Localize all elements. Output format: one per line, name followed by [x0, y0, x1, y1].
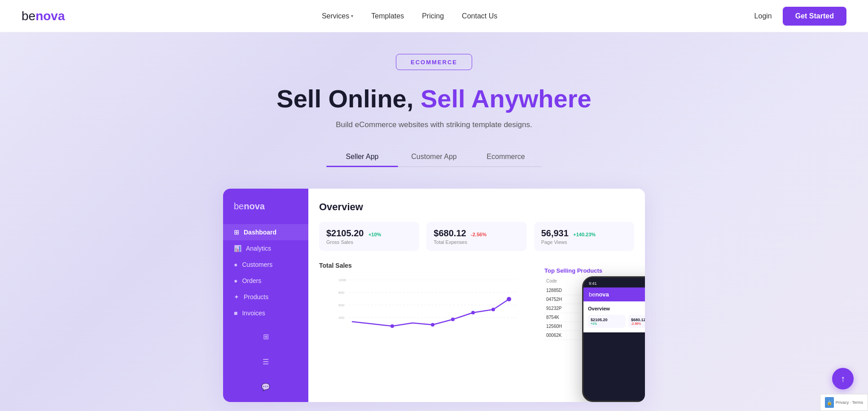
ecommerce-badge: ECOMMERCE	[396, 54, 472, 70]
customers-icon: ●	[234, 261, 237, 268]
stat-page-views: 56,931 +140.23% Page Views	[534, 222, 634, 251]
invoices-icon: ■	[234, 309, 237, 317]
phone-mockup: 9:41 ▐▐ WiFi ▐ benova 🔍 Overview $2105.2…	[582, 276, 645, 402]
tab-seller-app[interactable]: Seller App	[326, 147, 398, 166]
services-dropdown-icon: ▾	[351, 13, 353, 18]
tab-customer-app[interactable]: Customer App	[398, 147, 470, 166]
phone-body: Overview $2105.20 +1% $680.12 -2.56%	[583, 301, 645, 332]
nav-contact[interactable]: Contact Us	[462, 12, 497, 20]
total-sales-chart: Total Sales 1000 800 600 400	[319, 262, 537, 345]
orders-icon: ●	[234, 277, 237, 284]
svg-text:800: 800	[338, 291, 345, 295]
phone-stat-gross: $2105.20 +1%	[588, 315, 626, 328]
sidebar-item-products[interactable]: ✦ Products	[223, 289, 308, 305]
overview-title: Overview	[319, 201, 634, 213]
phone-stat-expenses: $680.12 -2.56%	[628, 315, 645, 328]
svg-text:600: 600	[338, 303, 345, 307]
stat-total-expenses: $680.12 -2.56% Total Expenses	[426, 222, 526, 251]
svg-point-13	[507, 297, 511, 301]
phone-stats: $2105.20 +1% $680.12 -2.56%	[588, 315, 645, 328]
sidebar-grid-icon[interactable]: ⊞	[258, 328, 274, 345]
nav-pricing[interactable]: Pricing	[422, 12, 444, 20]
recaptcha-icon: 🔒	[825, 397, 834, 408]
sidebar-logo: benova	[223, 201, 308, 224]
logo-text: benova	[22, 9, 65, 23]
phone-logo: benova	[589, 291, 609, 298]
sidebar-bottom-icons: ⊞ ☰ 💬	[223, 321, 308, 402]
sidebar-chat-icon[interactable]: 💬	[258, 379, 274, 395]
recaptcha-badge: 🔒 Privacy · Terms	[820, 394, 868, 411]
svg-point-9	[431, 323, 434, 327]
svg-point-10	[451, 318, 455, 321]
hero-section: ECOMMERCE Sell Online, Sell Anywhere Bui…	[0, 32, 868, 411]
stats-row: $2105.20 +10% Gross Sales $680.12 -2.56%…	[319, 222, 634, 251]
svg-point-8	[390, 324, 394, 328]
nav-templates[interactable]: Templates	[371, 12, 404, 20]
sidebar-item-invoices[interactable]: ■ Invoices	[223, 305, 308, 321]
navbar: benova Services ▾ Templates Pricing Cont…	[0, 0, 868, 32]
dashboard-icon: ⊞	[234, 229, 239, 236]
phone-header: benova 🔍	[583, 287, 645, 301]
svg-text:1000: 1000	[338, 278, 346, 282]
stat-gross-sales-value: $2105.20 +10%	[326, 228, 412, 239]
chart-area: 1000 800 600 400	[319, 274, 537, 337]
svg-point-11	[471, 311, 475, 314]
get-started-button[interactable]: Get Started	[783, 7, 846, 26]
nav-actions: Login Get Started	[754, 7, 846, 26]
tabs-container: Seller App Customer App Ecommerce	[326, 147, 542, 167]
logo[interactable]: benova	[22, 9, 65, 23]
sidebar-item-orders[interactable]: ● Orders	[223, 273, 308, 289]
nav-services[interactable]: Services ▾	[322, 12, 353, 20]
sidebar-item-analytics[interactable]: 📊 Analytics	[223, 240, 308, 256]
sidebar-list-icon[interactable]: ☰	[258, 354, 274, 370]
svg-text:400: 400	[338, 316, 345, 320]
scroll-to-top-button[interactable]: ↑	[832, 368, 854, 389]
sidebar-item-customers[interactable]: ● Customers	[223, 256, 308, 273]
dashboard-preview: benova ⊞ Dashboard 📊 Analytics ● Custome…	[223, 189, 645, 402]
analytics-icon: 📊	[234, 245, 241, 252]
stat-gross-sales: $2105.20 +10% Gross Sales	[319, 222, 419, 251]
phone-status-bar: 9:41 ▐▐ WiFi ▐	[583, 278, 645, 287]
chart-svg: 1000 800 600 400	[319, 274, 537, 337]
sidebar-nav: ⊞ Dashboard 📊 Analytics ● Customers ● Or…	[223, 224, 308, 321]
hero-subtitle: Build eCommerce websites with striking t…	[336, 120, 532, 129]
sidebar-item-dashboard[interactable]: ⊞ Dashboard	[223, 224, 308, 240]
tab-ecommerce[interactable]: Ecommerce	[470, 147, 542, 166]
login-button[interactable]: Login	[754, 12, 772, 20]
hero-title: Sell Online, Sell Anywhere	[276, 84, 591, 113]
nav-links: Services ▾ Templates Pricing Contact Us	[322, 12, 497, 20]
scroll-top-icon: ↑	[841, 374, 845, 384]
sidebar: benova ⊞ Dashboard 📊 Analytics ● Custome…	[223, 189, 308, 402]
products-icon: ✦	[234, 293, 239, 301]
svg-point-12	[491, 308, 495, 311]
